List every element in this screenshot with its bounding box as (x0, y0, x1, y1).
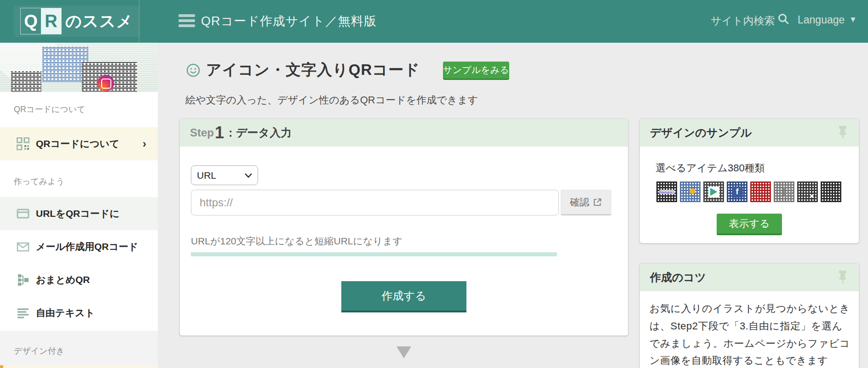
sidebar-section-design-area: デザイン付き (0, 331, 158, 365)
sidebar-section-design: デザイン付き (14, 345, 172, 357)
site-search-link[interactable]: サイト内検索 (711, 14, 775, 28)
sidebar-item-label: メール作成用QRコード (36, 240, 138, 253)
data-type-select[interactable]: URL (191, 165, 258, 185)
smiley-icon (186, 63, 201, 79)
qr-sample-rose (749, 181, 772, 203)
envelope-icon (783, 188, 785, 196)
logo-text: のススメ (65, 11, 133, 32)
browser-window-icon (17, 207, 29, 220)
qr-code-icon (17, 137, 29, 150)
item-count-text: 選べるアイテム380種類 (655, 161, 765, 175)
google-play-icon (708, 187, 719, 198)
sidebar-item-label: URLをQRコードに (36, 207, 120, 220)
qr-sample-mail (773, 181, 795, 203)
sidebar-item-url-to-qr[interactable]: URLをQRコードに (0, 197, 158, 230)
design-sample-panel-header: デザインのサンプル (640, 119, 859, 147)
step-title: ：データ入力 (225, 125, 292, 140)
page-header-title: QRコード作成サイト／無料版 (201, 13, 377, 29)
sidebar-item-label: おまとめQR (36, 273, 90, 286)
text-lines-icon (17, 306, 29, 319)
scroll-down-arrow-icon (397, 346, 411, 358)
site-logo[interactable]: QR のススメ (14, 6, 139, 37)
logo-letter-q: Q (21, 8, 41, 34)
language-dropdown-arrow[interactable]: ▼ (849, 15, 857, 24)
sidebar-item-label: 自由テキスト (36, 306, 95, 319)
url-length-note: URLが120文字以上になると短縮URLになります (191, 235, 402, 248)
facebook-icon: f (732, 187, 743, 198)
step-word: Step (190, 126, 214, 139)
header-divider (139, 0, 139, 43)
step1-panel-header: Step 1 ：データ入力 (180, 119, 628, 147)
qr-sample-facebook: f (726, 181, 748, 203)
sidebar-section-make: 作ってみよう (14, 176, 64, 187)
hamburger-menu-icon[interactable] (178, 14, 195, 28)
step-number: 1 (215, 123, 224, 142)
qr-sample-duck (679, 181, 701, 203)
chevron-down-icon (245, 173, 252, 178)
url-input[interactable] (191, 190, 559, 215)
confirm-button[interactable]: 確認 (561, 190, 611, 215)
qr-sample-text: Sample! (655, 181, 678, 203)
sitemap-icon (17, 273, 29, 286)
page-subtitle: 絵や文字の入った、デザイン性のあるQRコードを作成できます (185, 93, 478, 107)
sidebar: QRコードについて QRコードについて › 作ってみよう URLをQRコードに … (0, 43, 158, 368)
top-header-bar: QR のススメ QRコード作成サイト／無料版 サイト内検索 Language ▼ (0, 0, 868, 43)
view-sample-button[interactable]: サンプルをみる (443, 62, 509, 80)
instagram-icon (98, 75, 114, 91)
language-menu[interactable]: Language (798, 14, 845, 26)
creation-tips-panel-title: 作成のコツ (650, 270, 706, 285)
sidebar-item-active-partial[interactable] (0, 365, 158, 368)
qr-sample-google-play (702, 181, 725, 203)
sidebar-item-about-qr[interactable]: QRコードについて › (0, 127, 158, 160)
chevron-right-icon: › (143, 137, 146, 150)
qr-collage-banner (0, 43, 158, 92)
sample-text-label: Sample! (659, 190, 674, 194)
sidebar-section-about: QRコードについて (14, 104, 86, 115)
sidebar-item-label: QRコードについて (36, 137, 119, 150)
qr-sample-map-pin (796, 181, 819, 203)
mail-icon (17, 240, 29, 253)
create-button[interactable]: 作成する (341, 281, 466, 312)
logo-qr-box: QR (20, 8, 62, 34)
creation-tips-text: お気に入りのイラストが見つからないときは、Step2下段で「3.自由に指定」を選… (650, 300, 851, 368)
progress-underline-bar (191, 252, 557, 256)
logo-letter-r: R (41, 8, 61, 34)
show-designs-button[interactable]: 表示する (717, 214, 782, 235)
qr-sample-plain (820, 181, 842, 203)
qr-sample-row: Sample! f (655, 181, 842, 203)
sidebar-item-free-text[interactable]: 自由テキスト (0, 296, 158, 329)
pushpin-icon (837, 125, 849, 141)
data-type-select-value: URL (197, 170, 245, 181)
sidebar-item-mail-qr[interactable]: メール作成用QRコード (0, 230, 158, 263)
search-icon[interactable] (777, 13, 789, 27)
creation-tips-panel-header: 作成のコツ (640, 264, 859, 291)
external-link-icon (593, 198, 602, 207)
design-sample-panel-title: デザインのサンプル (650, 125, 752, 140)
confirm-button-label: 確認 (570, 196, 589, 209)
sidebar-item-omatome-qr[interactable]: おまとめQR (0, 263, 158, 296)
pushpin-icon (837, 270, 849, 286)
page-title: アイコン・文字入りQRコード (206, 60, 420, 80)
